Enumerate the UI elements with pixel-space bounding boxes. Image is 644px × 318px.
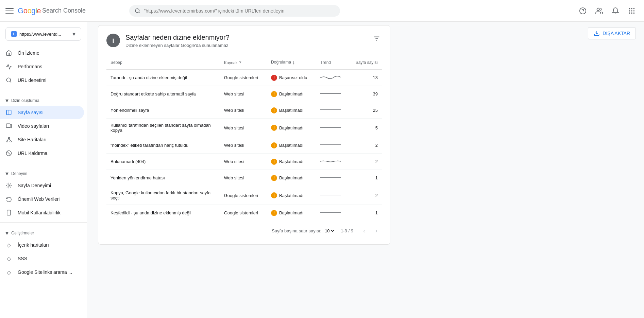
cell-kaynak: Web sitesi: [220, 170, 267, 186]
performance-icon: [5, 63, 12, 70]
video-icon: [5, 123, 12, 129]
sidebar-item-faq[interactable]: ◇ SSS: [0, 252, 84, 253]
col-kaynak: Kaynak ?: [220, 56, 267, 69]
section-experience[interactable]: ▾ Deneyim: [0, 166, 87, 179]
table-row[interactable]: "noindex" etiketi tarafından hariç tutul…: [106, 137, 382, 154]
table-wrapper: Sebep Kaynak ? Doğrulama ↓ Trend Sayfa s…: [106, 56, 382, 221]
cell-sayfa: 2: [348, 137, 382, 154]
cwv-icon: [5, 196, 12, 202]
sidebar-item-cwv[interactable]: Önemli Web Verileri: [0, 192, 84, 206]
sidebar-item-video[interactable]: Video sayfaları: [0, 119, 84, 133]
svg-line-24: [9, 138, 11, 141]
info-icon: i: [106, 34, 120, 47]
divider: [0, 222, 87, 223]
cell-sebep: Kullanıcı tarafından seçilen standart sa…: [106, 119, 220, 137]
section-enhancements[interactable]: ▾ Geliştirmeler: [0, 225, 87, 238]
svg-point-13: [633, 12, 635, 14]
sidebar-item-page-exp[interactable]: Sayfa Deneyimi: [0, 179, 84, 192]
site-selector[interactable]: L https://www.leventd... ▾: [5, 27, 81, 41]
card-title-area: Sayfalar neden dizine eklenmiyor? Dizine…: [125, 34, 230, 48]
notifications-button[interactable]: [609, 4, 622, 18]
sidebar-item-label: Performans: [18, 64, 42, 69]
sitemap-icon: [5, 136, 12, 143]
cell-trend: [316, 186, 348, 205]
table-row[interactable]: Yeniden yönlendirme hatasıWeb sitesi!Baş…: [106, 170, 382, 186]
svg-line-1: [139, 12, 140, 13]
account-button[interactable]: [592, 4, 606, 18]
svg-point-8: [629, 10, 630, 12]
sidebar-item-url[interactable]: URL denetimi: [0, 73, 84, 87]
sidebar-item-label: Site Haritaları: [18, 137, 47, 142]
search-nav-icon: [5, 77, 12, 84]
svg-point-4: [597, 8, 599, 10]
cell-sebep: Kopya, Google kullanıcıdan farklı bir st…: [106, 186, 220, 205]
cell-sebep: Keşfedildi - şu anda dizine eklenmiş değ…: [106, 205, 220, 221]
chevron-down-icon: ▾: [5, 170, 9, 177]
cell-dogrulama: !Başlatılmadı: [267, 205, 316, 221]
svg-point-10: [633, 10, 635, 12]
cell-trend: [316, 170, 348, 186]
table-row[interactable]: Keşfedildi - şu anda dizine eklenmiş değ…: [106, 205, 382, 221]
filter-button[interactable]: [372, 34, 382, 46]
cell-dogrulama: !Başlatılmadı: [267, 119, 316, 137]
cell-sebep: Tarandı - şu anda dizine eklenmiş değil: [106, 69, 220, 86]
sidebar-item-removal[interactable]: URL Kaldırma: [0, 146, 84, 160]
cell-dogrulama: !Başlatılmadı: [267, 186, 316, 205]
cell-dogrulama: !Başlatılmadı: [267, 137, 316, 154]
menu-icon[interactable]: [5, 7, 14, 15]
section-label-text: Deneyim: [11, 171, 27, 176]
topbar-left: Google Search Console: [5, 6, 121, 15]
main-card: i Sayfalar neden dizine eklenmiyor? Dizi…: [98, 25, 390, 245]
cell-kaynak: Google sistemleri: [220, 205, 267, 221]
search-bar[interactable]: [129, 5, 340, 17]
svg-rect-22: [10, 141, 12, 142]
sidebar-item-performance[interactable]: Performans: [0, 60, 84, 73]
sidebar-item-label: Sayfa Deneyimi: [18, 183, 51, 188]
apps-button[interactable]: [625, 4, 639, 18]
cell-dogrulama: !Başlatılmadı: [267, 170, 316, 186]
prev-page-button[interactable]: ‹: [359, 225, 370, 236]
table-row[interactable]: Bulunamadı (404)Web sitesi!Başlatılmadı2: [106, 154, 382, 170]
logo-area: Google Search Console: [18, 6, 86, 15]
cell-sebep: Doğru standart etikete sahip alternatif …: [106, 86, 220, 102]
help-button[interactable]: [576, 4, 590, 18]
col-trend: Trend: [316, 56, 348, 69]
cell-trend: [316, 205, 348, 221]
svg-marker-19: [10, 124, 12, 128]
cell-trend: [316, 119, 348, 137]
table-row[interactable]: Kullanıcı tarafından seçilen standart sa…: [106, 119, 382, 137]
table-row[interactable]: Kopya, Google kullanıcıdan farklı bir st…: [106, 186, 382, 205]
sidebar-item-pages[interactable]: Sayfa sayısı: [0, 106, 84, 119]
table-row[interactable]: Yönlendirmeli sayfaWeb sitesi!Başlatılma…: [106, 102, 382, 119]
col-dogrulama[interactable]: Doğrulama ↓: [267, 56, 316, 69]
rows-per-page-label: Sayfa başına satır sayısı:: [272, 228, 321, 233]
svg-point-0: [135, 8, 139, 12]
cell-sayfa: 5: [348, 119, 382, 137]
sidebar-item-mobile[interactable]: Mobil Kullanılabilirlik: [0, 206, 84, 219]
svg-rect-21: [6, 141, 8, 142]
next-page-button[interactable]: ›: [371, 225, 382, 236]
table-row[interactable]: Doğru standart etikete sahip alternatif …: [106, 86, 382, 102]
rows-per-page-select[interactable]: 10 25 50: [323, 228, 335, 234]
section-label-text: Dizin oluşturma: [11, 98, 39, 103]
site-favicon: L: [11, 31, 17, 37]
divider: [0, 90, 87, 90]
sidebar-item-breadcrumbs[interactable]: ◇ İçerik haritaları: [0, 238, 84, 252]
table-row[interactable]: Tarandı - şu anda dizine eklenmiş değilG…: [106, 69, 382, 86]
app-title: Search Console: [42, 7, 86, 14]
cell-trend: [316, 154, 348, 170]
kaynak-help-icon[interactable]: ?: [239, 60, 241, 65]
cell-sayfa: 1: [348, 170, 382, 186]
export-button[interactable]: DIŞA AKTAR: [588, 27, 636, 39]
cell-kaynak: Web sitesi: [220, 137, 267, 154]
svg-line-15: [10, 81, 11, 82]
col-sebep: Sebep: [106, 56, 220, 69]
svg-line-26: [7, 152, 11, 155]
sidebar-item-sitemaps[interactable]: Site Haritaları: [0, 133, 84, 146]
search-input[interactable]: [144, 8, 335, 14]
sidebar-item-overview[interactable]: Ön İzleme: [0, 46, 84, 60]
cell-sayfa: 25: [348, 102, 382, 119]
sidebar-item-label: Ön İzleme: [18, 50, 39, 56]
chevron-down-icon: ▾: [5, 229, 9, 237]
section-index[interactable]: ▾ Dizin oluşturma: [0, 93, 87, 106]
